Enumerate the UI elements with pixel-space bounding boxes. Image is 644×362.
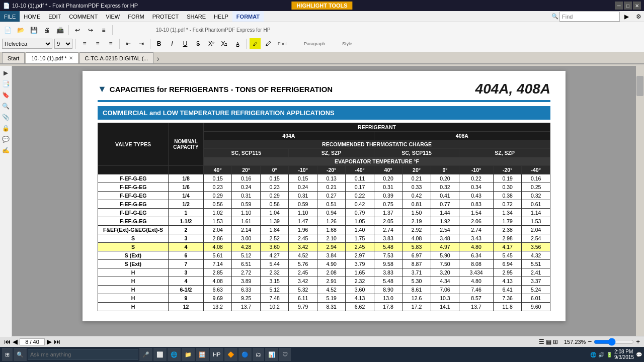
open-button[interactable]: 📂 (15, 25, 26, 36)
tab-start[interactable]: Start (2, 52, 25, 63)
view-icon[interactable]: ☰ (539, 338, 544, 345)
close-button[interactable]: ✕ (633, 2, 641, 10)
right-scrollbar[interactable] (636, 66, 644, 337)
cortana-button[interactable]: 🎤 (139, 348, 152, 361)
align-right-button[interactable]: ≡ (105, 38, 116, 49)
italic-button[interactable]: I (167, 38, 178, 49)
menu-comment[interactable]: COMMENT (65, 11, 102, 22)
cell-value: 6.41 (493, 286, 521, 294)
indent-left-button[interactable]: ⇤ (123, 38, 134, 49)
cell-value: 0.27 (317, 192, 345, 200)
view-split-icon[interactable]: ⊞ (553, 338, 558, 345)
cell-value: 5.45 (493, 251, 521, 260)
find-button[interactable]: ▶ (621, 11, 632, 22)
font-family-select[interactable]: Helvetica (2, 39, 52, 49)
cell-value: 1.53 (204, 217, 232, 226)
cell-value: 3.20 (431, 268, 459, 277)
find-input[interactable] (559, 12, 620, 22)
start-button[interactable]: ⊞ (2, 348, 13, 361)
cell-value: 2.85 (204, 268, 232, 277)
menu-form[interactable]: FORM (124, 11, 148, 22)
align-left-button[interactable]: ≡ (79, 38, 90, 49)
nav-icons: ☰ ▦ ⊞ (539, 338, 558, 345)
hp-button[interactable]: HP (210, 348, 223, 361)
undo-button[interactable]: ↩ (72, 25, 83, 36)
cell-value: 0.94 (317, 209, 345, 217)
nav-first-button[interactable]: ⏮ (4, 338, 11, 345)
cell-value: 7.36 (493, 294, 521, 303)
sidebar-search-icon[interactable]: 🔍 (1, 101, 11, 111)
cell-valve: F-EF-G-EG (98, 209, 169, 217)
underline-button[interactable]: U (180, 38, 191, 49)
scroll-thumb[interactable] (636, 76, 643, 96)
text-color-button[interactable]: 🖊 (263, 38, 274, 49)
app3-button[interactable]: 🗂 (253, 348, 264, 361)
tab-scroll-right[interactable]: › (156, 54, 159, 63)
sidebar-sign-icon[interactable]: ✍ (1, 145, 11, 155)
cell-value: 0.59 (232, 200, 260, 209)
sidebar-lock-icon[interactable]: 🔒 (1, 123, 11, 133)
battery-icon: 🔋 (606, 352, 612, 357)
store-button[interactable]: 🪟 (196, 348, 209, 361)
font-size-select[interactable]: 9 (54, 39, 72, 49)
menu-share[interactable]: SHARE (183, 11, 210, 22)
cell-value: 13.2 (204, 303, 232, 311)
indent-right-button[interactable]: ⇥ (136, 38, 147, 49)
zoom-slider[interactable] (594, 338, 634, 346)
save-button[interactable]: 💾 (28, 25, 39, 36)
search-button[interactable]: 🔍 (14, 348, 27, 361)
zoom-in-button[interactable]: + (636, 338, 640, 345)
print-button[interactable]: 🖨 (41, 25, 52, 36)
files-button[interactable]: 📁 (182, 348, 195, 361)
sidebar-nav-icon[interactable]: ▶ (1, 68, 11, 78)
new-button[interactable]: 📄 (2, 25, 13, 36)
more-button[interactable]: ≡ (98, 25, 109, 36)
color-button[interactable]: A̲ (232, 38, 243, 49)
cell-value: 0.43 (459, 192, 494, 200)
bold-button[interactable]: B (153, 38, 165, 49)
menu-view[interactable]: VIEW (102, 11, 124, 22)
view-grid-icon[interactable]: ▦ (546, 338, 551, 345)
redo-button[interactable]: ↪ (85, 25, 96, 36)
cell-value: 3.79 (346, 260, 374, 268)
app2-button[interactable]: 🔵 (238, 348, 252, 361)
app1-button[interactable]: 🔶 (224, 348, 237, 361)
cell-value: 2.54 (522, 234, 550, 243)
menu-format[interactable]: FORMAT (232, 11, 264, 22)
scan-button[interactable]: 📠 (54, 25, 65, 36)
menu-help[interactable]: HELP (210, 11, 232, 22)
nav-next-button[interactable]: ▶ (47, 338, 52, 345)
menu-home[interactable]: HOME (20, 11, 44, 22)
page-input[interactable] (20, 338, 45, 345)
restore-button[interactable]: □ (624, 2, 632, 10)
cell-value: 0.24 (232, 183, 260, 192)
tab-document-close[interactable]: ✕ (69, 55, 73, 61)
menu-protect[interactable]: PROTECT (148, 11, 183, 22)
nav-last-button[interactable]: ⏭ (54, 338, 60, 345)
find-options-button[interactable]: ⚙ (633, 11, 644, 22)
minimize-button[interactable]: ─ (615, 2, 623, 10)
sidebar-attach-icon[interactable]: 📎 (1, 112, 11, 122)
strikethrough-button[interactable]: S̶ (193, 38, 204, 49)
cell-value: 0.41 (431, 192, 459, 200)
sidebar-bookmark-icon[interactable]: 🔖 (1, 90, 11, 100)
sidebar-comment-icon[interactable]: 💬 (1, 134, 11, 144)
tab-document[interactable]: 10-10 (1).pdf * ✕ (26, 52, 78, 63)
highlight-color-button[interactable]: 🖊 (250, 38, 261, 49)
nav-prev-button[interactable]: ◀ (13, 338, 18, 345)
sidebar-pages-icon[interactable]: 📑 (1, 79, 11, 89)
app4-button[interactable]: 📊 (265, 348, 278, 361)
edge-button[interactable]: 🌐 (168, 348, 181, 361)
menu-edit[interactable]: EDIT (44, 11, 65, 22)
app5-button[interactable]: 🛡 (279, 348, 291, 361)
taskbar-search-input[interactable] (28, 349, 138, 360)
sub-button[interactable]: X₂ (219, 38, 230, 49)
align-center-button[interactable]: ≡ (92, 38, 103, 49)
window-controls[interactable]: ─ □ ✕ (615, 2, 641, 10)
task-view-button[interactable]: ⬜ (153, 348, 167, 361)
zoom-out-button[interactable]: − (588, 338, 592, 345)
tab-digital[interactable]: C-TC-A-0215 DIGITAL (... (79, 52, 154, 63)
super-button[interactable]: X² (206, 38, 217, 49)
menu-file[interactable]: FILE (0, 11, 20, 22)
th-sz-szp-b: SZ, SZP (459, 149, 550, 157)
